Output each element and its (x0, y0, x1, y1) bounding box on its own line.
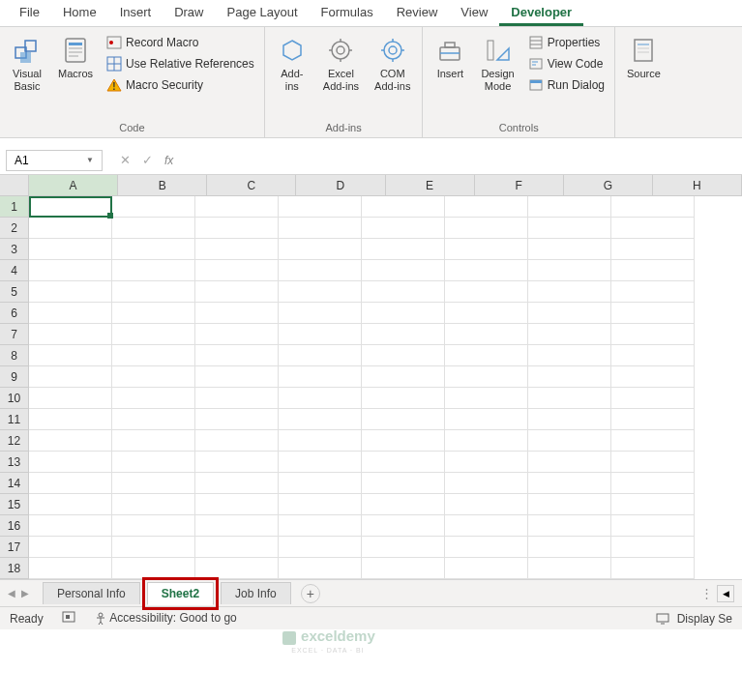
cell[interactable] (528, 366, 611, 388)
cell[interactable] (445, 388, 528, 409)
cell[interactable] (29, 239, 112, 260)
col-header-d[interactable]: D (296, 175, 385, 196)
cell[interactable] (112, 281, 195, 303)
cell[interactable] (362, 452, 445, 473)
accessibility-status[interactable]: Accessibility: Good to go (94, 611, 237, 626)
cell[interactable] (112, 409, 195, 430)
cell[interactable] (362, 239, 445, 260)
cell[interactable] (279, 409, 362, 430)
cell[interactable] (362, 537, 445, 558)
cell[interactable] (195, 345, 279, 366)
tab-page-layout[interactable]: Page Layout (216, 0, 310, 26)
cell[interactable] (29, 303, 112, 324)
sheet-tab-job-info[interactable]: Job Info (221, 582, 291, 604)
cell[interactable] (611, 409, 695, 430)
cell[interactable] (445, 558, 528, 579)
cell[interactable] (362, 558, 445, 579)
cell[interactable] (29, 409, 112, 430)
row-header-14[interactable]: 14 (0, 473, 29, 494)
cell[interactable] (611, 324, 695, 345)
cell[interactable] (279, 196, 362, 218)
run-dialog-button[interactable]: Run Dialog (524, 75, 608, 95)
add-sheet-button[interactable]: + (301, 584, 320, 603)
cell[interactable] (611, 515, 695, 537)
cell[interactable] (195, 515, 279, 537)
cell[interactable] (611, 239, 695, 260)
cell[interactable] (445, 452, 528, 473)
cell[interactable] (112, 218, 195, 239)
excel-addins-button[interactable]: Excel Add-ins (317, 31, 365, 97)
cell[interactable] (611, 388, 695, 409)
cell[interactable] (279, 473, 362, 494)
cell[interactable] (445, 494, 528, 515)
cell[interactable] (195, 324, 279, 345)
cell[interactable] (611, 452, 695, 473)
macros-button[interactable]: Macros (52, 31, 99, 84)
cell[interactable] (611, 473, 695, 494)
cell[interactable] (279, 537, 362, 558)
cell[interactable] (29, 494, 112, 515)
tab-developer[interactable]: Developer (499, 0, 583, 26)
cell[interactable] (112, 452, 195, 473)
cell[interactable] (362, 515, 445, 537)
tab-view[interactable]: View (449, 0, 499, 26)
cell[interactable] (362, 281, 445, 303)
cell[interactable] (528, 303, 611, 324)
cell[interactable] (112, 303, 195, 324)
macro-record-status-icon[interactable] (61, 609, 76, 627)
cell[interactable] (445, 303, 528, 324)
cell[interactable] (362, 366, 445, 388)
cell[interactable] (279, 218, 362, 239)
cell[interactable] (195, 260, 279, 281)
col-header-f[interactable]: F (475, 175, 564, 196)
cell[interactable] (362, 218, 445, 239)
cell[interactable] (445, 260, 528, 281)
cell[interactable] (279, 388, 362, 409)
cell[interactable] (445, 515, 528, 537)
cell[interactable] (279, 345, 362, 366)
tab-home[interactable]: Home (51, 0, 108, 26)
tab-insert[interactable]: Insert (108, 0, 163, 26)
cell[interactable] (611, 281, 695, 303)
cell[interactable] (528, 473, 611, 494)
row-header-1[interactable]: 1 (0, 196, 29, 218)
cell[interactable] (445, 366, 528, 388)
display-settings-label[interactable]: Display Se (677, 612, 732, 626)
row-header-4[interactable]: 4 (0, 260, 29, 281)
col-header-c[interactable]: C (207, 175, 296, 196)
row-header-6[interactable]: 6 (0, 303, 29, 324)
cell[interactable] (528, 409, 611, 430)
cell[interactable] (279, 324, 362, 345)
tab-file[interactable]: File (8, 0, 51, 26)
cell[interactable] (112, 537, 195, 558)
select-all-corner[interactable] (0, 175, 29, 196)
sheet-nav-next-icon[interactable]: ▶ (21, 588, 29, 598)
cell[interactable] (112, 430, 195, 452)
cell[interactable] (445, 218, 528, 239)
col-header-h[interactable]: H (653, 175, 742, 196)
cells-area[interactable] (29, 196, 742, 579)
cell[interactable] (279, 281, 362, 303)
cell[interactable] (362, 388, 445, 409)
record-macro-button[interactable]: Record Macro (103, 33, 258, 52)
cell[interactable] (195, 452, 279, 473)
cell[interactable] (195, 218, 279, 239)
cell[interactable] (112, 473, 195, 494)
cell[interactable] (195, 239, 279, 260)
design-mode-button[interactable]: Design Mode (475, 31, 519, 97)
cell[interactable] (29, 366, 112, 388)
cell[interactable] (528, 218, 611, 239)
cell[interactable] (195, 281, 279, 303)
cell[interactable] (528, 324, 611, 345)
cell[interactable] (611, 345, 695, 366)
cell[interactable] (112, 366, 195, 388)
tab-formulas[interactable]: Formulas (310, 0, 385, 26)
cell[interactable] (445, 537, 528, 558)
cell[interactable] (195, 494, 279, 515)
col-header-e[interactable]: E (386, 175, 475, 196)
com-addins-button[interactable]: COM Add-ins (369, 31, 416, 97)
cell[interactable] (29, 260, 112, 281)
cell[interactable] (112, 515, 195, 537)
macro-security-button[interactable]: ! Macro Security (103, 75, 258, 95)
cell[interactable] (112, 196, 195, 218)
